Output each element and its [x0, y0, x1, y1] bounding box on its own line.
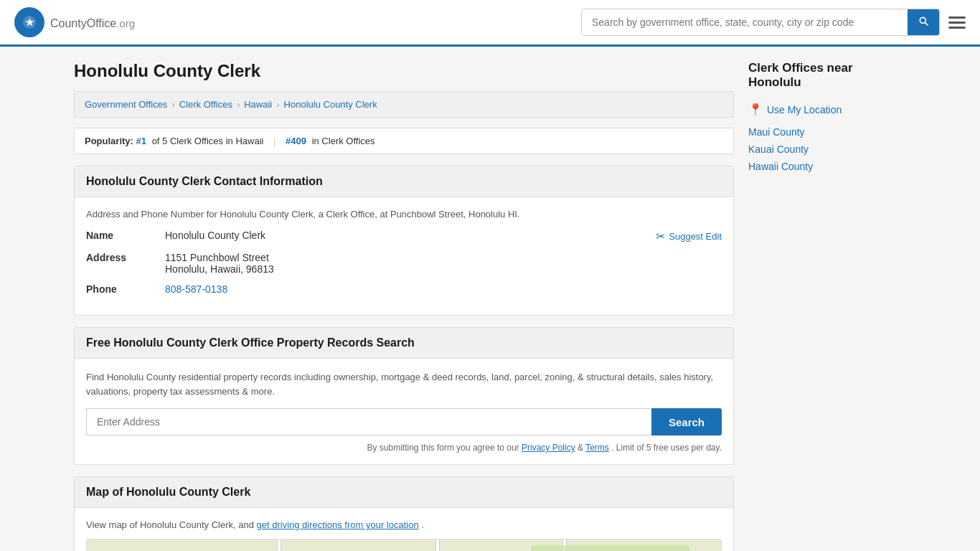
sidebar: Clerk Offices near Honolulu 📍 Use My Loc… [748, 61, 906, 551]
popularity-label: Popularity: [85, 136, 133, 146]
header-right [581, 9, 966, 36]
hamburger-menu[interactable] [948, 17, 966, 29]
map-description: View map of Honolulu County Clerk, and g… [86, 519, 722, 530]
suggest-edit-label: Suggest Edit [669, 231, 722, 242]
form-disclaimer: By submitting this form you agree to our… [86, 443, 722, 453]
sidebar-location: 📍 Use My Location [748, 103, 906, 116]
address-search-input[interactable] [86, 408, 651, 435]
sidebar-title: Clerk Offices near Honolulu [748, 61, 906, 93]
phone-value: 808-587-0138 [165, 283, 722, 295]
popularity-rank1: #1 [136, 136, 146, 146]
header-search-bar [581, 9, 940, 36]
main-wrapper: Honolulu County Clerk Government Offices… [60, 47, 920, 551]
disclaimer-suffix: . Limit of 5 free uses per day. [611, 443, 722, 453]
property-description: Find Honolulu County residential propert… [86, 370, 722, 398]
address-label: Address [86, 252, 165, 263]
contact-table: Name Honolulu County Clerk ✂ Suggest Edi… [86, 230, 722, 295]
breadcrumb-link-gov-offices[interactable]: Government Offices [85, 99, 167, 110]
map-section-title: Map of Honolulu County Clerk [75, 477, 733, 508]
suggest-edit-icon: ✂ [656, 230, 665, 243]
map-placeholder[interactable]: 📍 Lieutenant Governor's Office State of … [86, 539, 722, 551]
property-section: Free Honolulu County Clerk Office Proper… [74, 327, 734, 465]
header-search-input[interactable] [582, 11, 908, 34]
svg-text:★: ★ [25, 17, 34, 28]
location-pin-icon: 📍 [748, 103, 763, 116]
address-value: 1151 Punchbowl Street Honolulu, Hawaii, … [165, 252, 722, 275]
contact-address-row: Address 1151 Punchbowl Street Honolulu, … [86, 252, 722, 275]
suggest-edit-link[interactable]: ✂ Suggest Edit [656, 230, 722, 243]
property-section-body: Find Honolulu County residential propert… [75, 359, 733, 464]
terms-link[interactable]: Terms [585, 443, 609, 453]
property-search-form: Search [86, 408, 722, 435]
use-my-location-link[interactable]: Use My Location [767, 104, 842, 116]
breadcrumb-link-hawaii[interactable]: Hawaii [244, 99, 272, 110]
contact-description: Address and Phone Number for Honolulu Co… [86, 209, 722, 220]
popularity-rank2: #409 [286, 136, 306, 146]
breadcrumb: Government Offices › Clerk Offices › Haw… [74, 91, 734, 118]
sidebar-link-hawaii[interactable]: Hawaii County [748, 161, 906, 172]
directions-link[interactable]: get driving directions from your locatio… [257, 519, 419, 530]
breadcrumb-link-clerk-offices[interactable]: Clerk Offices [179, 99, 232, 110]
phone-link[interactable]: 808-587-0138 [165, 283, 227, 295]
map-section-body: View map of Honolulu County Clerk, and g… [75, 508, 733, 551]
sidebar-link-kauai[interactable]: Kauai County [748, 143, 906, 155]
sidebar-links: Maui County Kauai County Hawaii County [748, 126, 906, 172]
site-header: ★ CountyOffice.org [0, 0, 980, 47]
breadcrumb-link-current[interactable]: Honolulu County Clerk [284, 99, 377, 110]
sidebar-link-maui[interactable]: Maui County [748, 126, 906, 138]
header-search-button[interactable] [908, 9, 939, 35]
contact-name-row: Name Honolulu County Clerk ✂ Suggest Edi… [86, 230, 722, 243]
property-section-title: Free Honolulu County Clerk Office Proper… [75, 328, 733, 359]
contact-phone-row: Phone 808-587-0138 [86, 283, 722, 295]
phone-label: Phone [86, 283, 165, 295]
content-area: Honolulu County Clerk Government Offices… [74, 61, 734, 551]
name-label: Name [86, 230, 165, 241]
logo-area: ★ CountyOffice.org [14, 7, 135, 37]
map-section: Map of Honolulu County Clerk View map of… [74, 476, 734, 551]
address-line1: 1151 Punchbowl Street [165, 252, 722, 263]
logo-icon: ★ [14, 7, 44, 37]
privacy-policy-link[interactable]: Privacy Policy [522, 443, 575, 453]
page-title: Honolulu County Clerk [74, 61, 734, 81]
popularity-bar: Popularity: #1 of 5 Clerk Offices in Haw… [74, 128, 734, 154]
popularity-rank1-text: of 5 Clerk Offices in Hawaii [152, 136, 264, 146]
address-line2: Honolulu, Hawaii, 96813 [165, 263, 722, 275]
name-value: Honolulu County Clerk [165, 230, 656, 241]
address-search-button[interactable]: Search [651, 408, 722, 435]
disclaimer-text: By submitting this form you agree to our [367, 443, 519, 453]
logo-text: CountyOffice.org [50, 14, 135, 31]
contact-section-body: Address and Phone Number for Honolulu Co… [75, 197, 733, 315]
contact-section: Honolulu County Clerk Contact Informatio… [74, 166, 734, 316]
popularity-rank2-text: in Clerk Offices [312, 136, 375, 146]
contact-section-title: Honolulu County Clerk Contact Informatio… [75, 166, 733, 197]
